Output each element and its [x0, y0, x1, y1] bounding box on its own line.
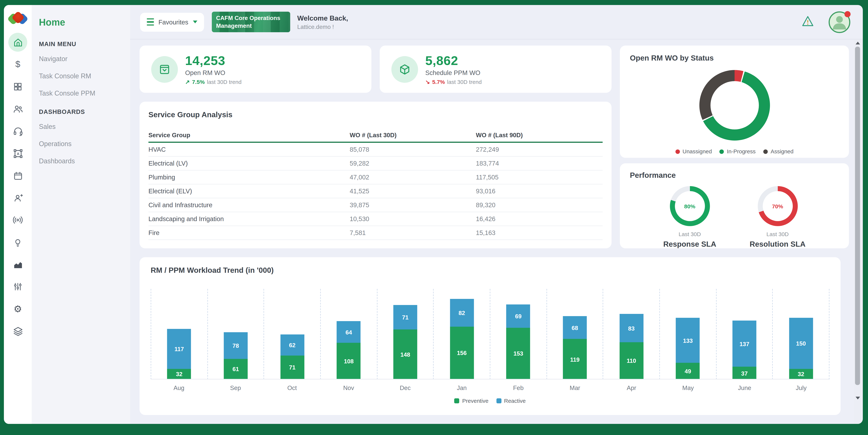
user-plus-icon[interactable] [8, 188, 27, 207]
stacked-bar-feb[interactable]: 69153 [506, 304, 530, 379]
asset-frame-icon[interactable]: A [8, 144, 27, 163]
table-cell: Plumbing [149, 174, 350, 180]
workload-stacked-bar-chart[interactable]: 1173278616271641087114882156691536811983… [151, 289, 830, 379]
gear-icon[interactable]: ⚙ [8, 299, 27, 318]
status-donut-chart[interactable] [699, 70, 770, 140]
module-badge[interactable]: CAFM Core Operations Management [212, 12, 290, 32]
alert-icon[interactable] [802, 15, 814, 29]
stacked-bar-june[interactable]: 13737 [733, 321, 756, 379]
vertical-scrollbar[interactable] [854, 39, 861, 424]
table-cell: 85,078 [350, 146, 476, 153]
kpi-trend: ↗7.5% last 30D trend [185, 79, 242, 85]
table-cell: 7,581 [350, 229, 476, 236]
table-row: Fire7,58115,163 [149, 226, 602, 240]
sidebar-item-sales[interactable]: Sales [39, 123, 130, 131]
menu-heading: MAIN MENU [39, 40, 130, 47]
table-cell: 15,163 [476, 229, 602, 236]
bar-slot-dec: 71148 [377, 289, 433, 379]
stacked-bar-sep[interactable]: 7861 [224, 332, 248, 379]
headset-icon[interactable] [8, 122, 27, 140]
menu-sections: MAIN MENUNavigatorTask Console RMTask Co… [39, 40, 130, 165]
app-logo[interactable] [8, 12, 27, 26]
legend-item-reactive[interactable]: Reactive [496, 398, 526, 404]
stacked-bar-jan[interactable]: 82156 [450, 299, 474, 379]
favourites-button[interactable]: Favourites [140, 12, 204, 32]
gauge-response-sla[interactable]: 80%Last 30DResponse SLA [663, 186, 716, 248]
scrollbar-thumb[interactable] [855, 47, 860, 385]
bar-slot-june: 13737 [716, 289, 772, 379]
bar-slot-july: 15032 [772, 289, 829, 379]
month-label: Nov [320, 384, 377, 391]
legend-item-in-progress[interactable]: In-Progress [719, 148, 755, 155]
legend-item-unassigned[interactable]: Unassigned [675, 148, 712, 155]
kpi-value: 14,253 [185, 53, 242, 68]
lightbulb-icon[interactable] [8, 233, 27, 252]
legend-label: In-Progress [727, 148, 755, 155]
sidebar-home-title[interactable]: Home [39, 17, 130, 28]
gauge-ring: 70% [757, 186, 798, 226]
legend-dot [719, 149, 724, 154]
table-row: HVAC85,078272,249 [149, 143, 602, 157]
top-bar: Favourites CAFM Core Operations Manageme… [130, 5, 863, 39]
kpi-label: Schedule PPM WO [425, 69, 482, 76]
legend-item-preventive[interactable]: Preventive [454, 398, 489, 404]
stacked-bar-apr[interactable]: 83110 [620, 314, 643, 379]
gauge-resolution-sla[interactable]: 70%Last 30DResolution SLA [750, 186, 806, 248]
sidebar-menu: Home MAIN MENUNavigatorTask Console RMTa… [32, 5, 130, 424]
preventive-segment: 153 [506, 328, 530, 379]
stacked-bar-aug[interactable]: 11732 [167, 329, 191, 379]
preventive-segment: 37 [733, 367, 756, 379]
stacked-bar-mar[interactable]: 68119 [563, 316, 587, 379]
sidebar-item-navigator[interactable]: Navigator [39, 55, 130, 63]
stacked-bar-may[interactable]: 13349 [676, 318, 700, 379]
user-avatar[interactable] [829, 11, 851, 33]
legend-label: Unassigned [682, 148, 712, 155]
kpi-card-open-rm-wo: 14,253 Open RM WO ↗7.5% last 30D trend [140, 45, 371, 93]
gauge-label: Response SLA [663, 240, 716, 248]
window-frame: $A⚙ Home MAIN MENUNavigatorTask Console … [0, 0, 868, 435]
month-label: Dec [377, 384, 433, 391]
sliders-icon[interactable] [8, 277, 27, 296]
sidebar-item-dashboards[interactable]: Dashboards [39, 157, 130, 165]
preventive-segment: 110 [620, 342, 643, 379]
stacked-bar-oct[interactable]: 6271 [280, 334, 304, 379]
stacked-bar-nov[interactable]: 64108 [337, 321, 361, 379]
legend-dot [764, 149, 768, 154]
table-cell: HVAC [149, 146, 350, 153]
stacked-bar-july[interactable]: 15032 [789, 318, 813, 379]
calendar-icon[interactable] [8, 166, 27, 185]
gauge-period: Last 30D [767, 231, 789, 237]
open-rm-wo-by-status-card: Open RM WO by Status UnassignedIn-Progre… [620, 45, 849, 158]
table-row: Electrical (ELV)41,52593,016 [149, 185, 602, 198]
table-cell: 93,016 [476, 188, 602, 195]
sidebar-item-operations[interactable]: Operations [39, 140, 130, 148]
sidebar-item-task-console-rm[interactable]: Task Console RM [39, 72, 130, 80]
donut-legend: UnassignedIn-ProgressAssigned [630, 148, 839, 155]
scroll-down-arrow-icon[interactable] [856, 397, 860, 399]
reactive-segment: 150 [789, 318, 813, 369]
stacked-bar-dec[interactable]: 71148 [394, 305, 417, 379]
table-row: Plumbing47,002117,505 [149, 171, 602, 185]
broadcast-icon[interactable] [8, 210, 27, 229]
sidebar-item-task-console-ppm[interactable]: Task Console PPM [39, 90, 130, 97]
month-label: June [716, 384, 773, 391]
welcome-username: Lattice.demo ! [297, 23, 348, 30]
table-cell: 272,249 [476, 146, 602, 153]
month-label: Aug [151, 384, 207, 391]
scroll-up-arrow-icon[interactable] [856, 42, 860, 44]
layers-icon[interactable] [8, 322, 27, 340]
dollar-icon[interactable]: $ [8, 55, 27, 74]
users-icon[interactable] [8, 99, 27, 118]
legend-item-assigned[interactable]: Assigned [764, 148, 794, 155]
area-chart-icon[interactable] [8, 255, 27, 274]
home-icon[interactable] [8, 33, 27, 52]
preventive-segment: 71 [280, 355, 304, 379]
bar-slot-mar: 68119 [546, 289, 603, 379]
preventive-segment: 108 [337, 343, 361, 379]
page-scale-wrapper: $A⚙ Home MAIN MENUNavigatorTask Console … [0, 0, 868, 435]
reactive-segment: 69 [506, 304, 530, 328]
legend-label: Reactive [504, 398, 526, 404]
reactive-segment: 64 [337, 321, 361, 343]
grid-icon[interactable] [8, 77, 27, 96]
rail-items: $A⚙ [8, 33, 27, 344]
